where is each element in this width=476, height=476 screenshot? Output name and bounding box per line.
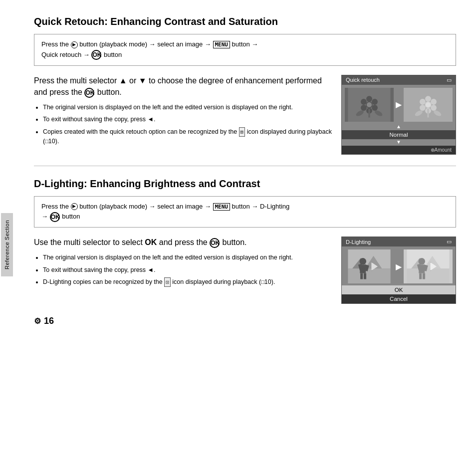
footer-icon: ⚙ [34, 316, 41, 326]
svg-point-19 [431, 105, 437, 111]
quick-retouch-header: Quick retouch ▭ [342, 75, 456, 85]
quick-retouch-header-label: Quick retouch [346, 77, 380, 83]
section1-sub-heading: Press the multi selector ▲ or ▼ to choos… [34, 75, 332, 98]
ok-bold-text: OK [145, 238, 157, 246]
thumb-separator-arrow-2: ▶ [395, 249, 403, 283]
battery-icon-2: ▭ [447, 238, 452, 245]
playback-icon-1: ▶ [71, 41, 78, 48]
section2-sub-heading: Use the multi selector to select OK and … [34, 237, 332, 248]
section2-instruction-line2: → OK button [41, 213, 80, 220]
svg-point-5 [372, 99, 378, 105]
quick-retouch-arrow-down: ▼ [342, 139, 456, 146]
svg-rect-48 [419, 273, 422, 279]
svg-point-20 [426, 102, 431, 107]
thumbnail-right-1 [404, 88, 453, 122]
svg-rect-41 [407, 268, 450, 283]
quick-retouch-images: ▶ [342, 85, 456, 124]
svg-rect-35 [360, 273, 363, 279]
svg-point-14 [425, 96, 431, 102]
ok-circle-inline-1: OK [84, 88, 94, 98]
quick-retouch-footer: ⊕Amount [342, 146, 456, 154]
section-dlighting: D-Lighting: Enhancing Brightness and Con… [34, 177, 456, 304]
section1-bullet-3: Copies created with the quick retouch op… [43, 127, 332, 147]
flower-light-svg [404, 88, 453, 122]
svg-point-16 [420, 99, 426, 105]
section1-instruction-box: Press the ▶ button (playback mode) → sel… [34, 34, 456, 66]
dlighting-ok-label[interactable]: OK [342, 285, 456, 294]
page-footer: ⚙ 16 [34, 316, 456, 326]
person-dark-svg [345, 249, 394, 283]
menu-icon-1: MENU [213, 41, 231, 48]
svg-point-18 [420, 105, 426, 111]
ok-circle-inline-2: OK [210, 238, 220, 248]
flower-dark-svg [345, 88, 394, 122]
battery-icon: ▭ [447, 77, 452, 83]
quick-retouch-ui: Quick retouch ▭ [341, 75, 456, 155]
section1-two-col: Press the multi selector ▲ or ▼ to choos… [34, 75, 456, 155]
svg-rect-11 [368, 109, 370, 117]
dlighting-cancel-label[interactable]: Cancel [342, 294, 456, 303]
ok-circle-icon-2: OK [50, 212, 60, 222]
svg-point-8 [367, 102, 372, 107]
dlighting-body: ▶ [342, 246, 456, 285]
retouch-icon-ref: ⊞ [239, 127, 245, 137]
svg-point-44 [418, 258, 425, 265]
quick-retouch-arrow-up: ▲ [342, 124, 456, 130]
section1-instruction-line1: Press the ▶ button (playback mode) → sel… [41, 40, 258, 48]
playback-icon-2: ▶ [71, 203, 78, 210]
section2-bullet-3: D-Lighting copies can be recognized by t… [43, 277, 332, 287]
section-quick-retouch: Quick Retouch: Enhancing Contrast and Sa… [34, 15, 456, 155]
section2-instruction-line1: Press the ▶ button (playback mode) → sel… [41, 203, 289, 210]
person-light-svg [404, 249, 453, 283]
side-tab: Reference Section [0, 140, 14, 349]
dlighting-header-label: D-Lighting [346, 239, 371, 245]
svg-point-6 [361, 105, 367, 111]
svg-point-31 [359, 258, 366, 265]
section1-camera-ui: Quick retouch ▭ [341, 75, 456, 155]
quick-retouch-body: ▶ [342, 85, 456, 146]
side-tab-label: Reference Section [1, 213, 13, 276]
page-ref-2: □ [261, 279, 264, 285]
thumbnail-right-2 [404, 249, 453, 283]
section1-instruction-line2: Quick retouch → OK button [41, 51, 122, 58]
section2-col-text: Use the multi selector to select OK and … [34, 237, 332, 304]
section1-title: Quick Retouch: Enhancing Contrast and Sa… [34, 15, 456, 28]
svg-point-7 [372, 105, 378, 111]
section1-bullet-2: To exit without saving the copy, press ◄… [43, 115, 332, 124]
section-divider [34, 166, 456, 166]
section2-bullet-1: The original version is displayed on the… [43, 253, 332, 262]
section2-two-col: Use the multi selector to select OK and … [34, 237, 456, 304]
footer-page-number: 16 [44, 316, 54, 326]
section2-camera-ui: D-Lighting ▭ [341, 237, 456, 304]
svg-rect-28 [348, 268, 391, 283]
quick-retouch-value: Normal [342, 130, 456, 139]
section2-bullet-2: To exit without saving the copy, press ◄… [43, 265, 332, 275]
section1-bullet-list: The original version is displayed on the… [34, 103, 332, 147]
dlighting-icon-ref: ⊡ [164, 277, 171, 287]
page-ref-1: □ [45, 138, 48, 144]
main-content: Quick Retouch: Enhancing Contrast and Sa… [14, 0, 476, 341]
dlighting-images: ▶ [342, 246, 456, 285]
menu-icon-2: MENU [213, 203, 231, 211]
svg-point-2 [366, 96, 372, 102]
svg-rect-49 [423, 273, 425, 279]
svg-rect-36 [364, 273, 366, 279]
thumb-separator-arrow: ▶ [395, 88, 403, 122]
section2-bullet-list: The original version is displayed on the… [34, 253, 332, 287]
dlighting-ui: D-Lighting ▭ [341, 237, 456, 304]
svg-point-4 [361, 99, 367, 105]
section2-title: D-Lighting: Enhancing Brightness and Con… [34, 177, 456, 190]
svg-point-17 [431, 99, 437, 105]
thumbnail-left-2 [345, 249, 394, 283]
ok-circle-icon-1: OK [91, 50, 101, 60]
thumbnail-left-1 [345, 88, 394, 122]
svg-rect-23 [427, 109, 429, 117]
section1-bullet-1: The original version is displayed on the… [43, 103, 332, 112]
section1-col-text: Press the multi selector ▲ or ▼ to choos… [34, 75, 332, 155]
dlighting-header: D-Lighting ▭ [342, 237, 456, 246]
section2-instruction-box: Press the ▶ button (playback mode) → sel… [34, 196, 456, 228]
